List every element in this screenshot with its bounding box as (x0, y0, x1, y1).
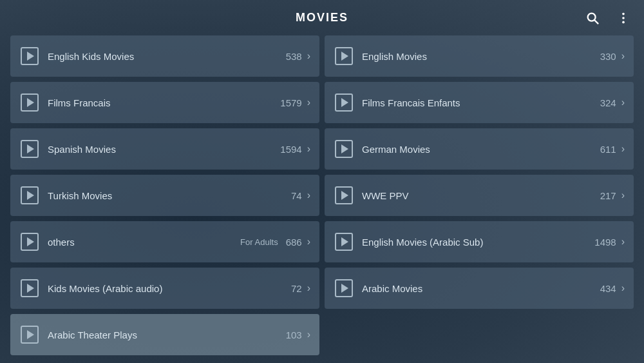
category-card-kids-movies-arabic-audio[interactable]: Kids Movies (Arabic audio)72› (10, 268, 319, 309)
play-icon (334, 92, 354, 113)
play-icon (19, 185, 40, 206)
chevron-right-icon: › (307, 143, 310, 155)
category-card-arabic-theater-plays[interactable]: Arabic Theater Plays103› (10, 314, 319, 355)
category-count: 330 (600, 51, 616, 62)
category-count: 72 (291, 283, 302, 294)
page-title: MOVIES (296, 11, 348, 25)
for-adults-badge: For Adults (240, 237, 278, 247)
category-card-others[interactable]: othersFor Adults686› (10, 221, 319, 262)
play-icon (334, 278, 354, 299)
chevron-right-icon: › (307, 282, 310, 294)
chevron-right-icon: › (307, 50, 310, 62)
category-label: Arabic Movies (362, 283, 600, 294)
play-icon (19, 278, 40, 299)
more-icon (616, 11, 630, 25)
play-icon (334, 139, 354, 159)
play-icon (334, 231, 354, 252)
svg-point-0 (588, 13, 596, 21)
category-count: 611 (600, 144, 616, 155)
header-actions (582, 8, 634, 28)
category-label: Arabic Theater Plays (48, 329, 286, 340)
category-label: others (48, 237, 240, 248)
chevron-right-icon: › (621, 143, 625, 155)
category-card-english-kids-movies[interactable]: English Kids Movies538› (10, 35, 319, 77)
app-container: MOVIES English Kids Movies538›English Mo… (0, 0, 644, 360)
category-label: English Movies (362, 51, 600, 62)
category-count: 217 (600, 190, 616, 201)
play-icon (19, 324, 40, 345)
category-card-spanish-movies[interactable]: Spanish Movies1594› (10, 128, 319, 170)
category-label: Turkish Movies (48, 190, 291, 201)
svg-line-1 (594, 20, 598, 24)
category-count: 1579 (280, 97, 301, 108)
category-count: 74 (291, 190, 302, 201)
category-card-english-movies[interactable]: English Movies330› (325, 35, 634, 77)
chevron-right-icon: › (307, 190, 310, 201)
search-button[interactable] (582, 8, 603, 28)
category-label: English Kids Movies (48, 51, 286, 62)
category-card-wwe-ppv[interactable]: WWE PPV217› (325, 175, 634, 216)
chevron-right-icon: › (621, 50, 625, 62)
category-count: 103 (286, 329, 302, 340)
chevron-right-icon: › (621, 236, 625, 248)
svg-point-4 (622, 21, 625, 23)
category-count: 434 (600, 283, 616, 294)
category-label: German Movies (362, 144, 600, 155)
search-icon (585, 11, 600, 25)
category-count: 1498 (594, 237, 616, 248)
category-card-films-francais-enfants[interactable]: Films Francais Enfants324› (325, 82, 634, 123)
category-label: Spanish Movies (48, 144, 280, 155)
category-card-turkish-movies[interactable]: Turkish Movies74› (10, 175, 319, 216)
category-count: 324 (600, 97, 616, 108)
header: MOVIES (0, 0, 644, 35)
play-icon (19, 139, 40, 159)
svg-point-2 (622, 12, 625, 15)
category-label: Films Francais Enfants (362, 97, 600, 108)
category-label: Kids Movies (Arabic audio) (48, 283, 291, 294)
play-icon (19, 46, 40, 66)
chevron-right-icon: › (621, 97, 625, 108)
category-card-english-movies-arabic-sub[interactable]: English Movies (Arabic Sub)1498› (325, 221, 634, 262)
play-icon (334, 185, 354, 206)
category-label: Films Francais (48, 97, 280, 108)
category-card-arabic-movies[interactable]: Arabic Movies434› (325, 268, 634, 309)
category-label: WWE PPV (362, 190, 600, 201)
category-card-german-movies[interactable]: German Movies611› (325, 128, 634, 170)
play-icon (334, 46, 354, 66)
chevron-right-icon: › (307, 236, 310, 248)
category-grid: English Kids Movies538›English Movies330… (0, 35, 644, 360)
category-label: English Movies (Arabic Sub) (362, 237, 594, 248)
svg-point-3 (622, 17, 625, 19)
category-count: 538 (286, 51, 302, 62)
category-count: 686 (286, 237, 302, 248)
category-card-films-francais[interactable]: Films Francais1579› (10, 82, 319, 123)
chevron-right-icon: › (307, 329, 310, 340)
more-options-button[interactable] (613, 8, 634, 28)
play-icon (19, 92, 40, 113)
chevron-right-icon: › (621, 190, 625, 201)
chevron-right-icon: › (621, 282, 625, 294)
category-count: 1594 (280, 144, 301, 155)
chevron-right-icon: › (307, 97, 310, 108)
play-icon (19, 231, 40, 252)
